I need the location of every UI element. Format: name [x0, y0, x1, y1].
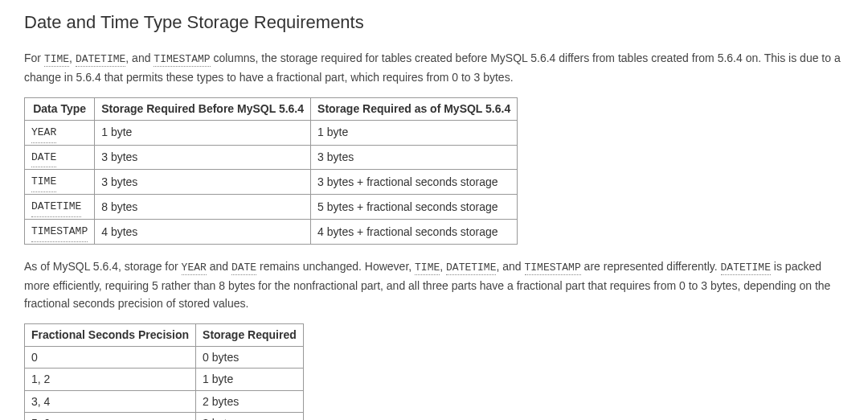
table-cell: 1 byte: [95, 120, 311, 145]
table-cell: 1, 2: [25, 369, 196, 390]
table-cell: 0: [25, 346, 196, 368]
table-header: Storage Required: [196, 324, 304, 346]
code-literal: TIMESTAMP: [154, 53, 210, 67]
table-row: DATETIME8 bytes5 bytes + fractional seco…: [25, 195, 518, 220]
code-literal: DATETIME: [31, 199, 81, 217]
table-row: 5, 63 bytes: [25, 412, 304, 420]
table-header-row: Data Type Storage Required Before MySQL …: [25, 98, 518, 120]
code-literal: TIME: [44, 53, 69, 67]
code-literal: TIMESTAMP: [525, 261, 581, 275]
code-literal: YEAR: [31, 125, 56, 143]
text: For: [24, 51, 44, 64]
table-cell: 3 bytes: [311, 145, 518, 170]
paragraph-intro: For TIME, DATETIME, and TIMESTAMP column…: [24, 49, 844, 86]
table-row: 00 bytes: [25, 346, 304, 368]
text: , and: [496, 260, 524, 273]
code-literal: DATETIME: [721, 261, 771, 275]
code-literal: YEAR: [182, 261, 207, 275]
table-cell: 3 bytes: [95, 170, 311, 195]
table-cell: 1 byte: [311, 120, 518, 145]
text: remains unchanged. However,: [256, 260, 415, 273]
table-row: DATE3 bytes3 bytes: [25, 145, 518, 170]
table-cell: 4 bytes + fractional seconds storage: [311, 219, 518, 244]
text: ,: [440, 260, 446, 273]
text: and: [207, 260, 231, 273]
table-cell: 5, 6: [25, 412, 196, 420]
table-row: 1, 21 byte: [25, 369, 304, 390]
code-literal: TIMESTAMP: [31, 224, 88, 242]
table-cell: 8 bytes: [95, 195, 311, 220]
code-literal: DATE: [31, 150, 56, 168]
table-cell: 3 bytes: [196, 412, 304, 420]
text: As of MySQL 5.6.4, storage for: [24, 260, 182, 273]
table-row: 3, 42 bytes: [25, 390, 304, 412]
code-literal: DATE: [231, 261, 256, 275]
table-row: TIMESTAMP4 bytes4 bytes + fractional sec…: [25, 219, 518, 244]
storage-table-main: Data Type Storage Required Before MySQL …: [24, 97, 518, 244]
table-cell: 5 bytes + fractional seconds storage: [311, 195, 518, 220]
text: are represented differently.: [581, 260, 721, 273]
table-header: Storage Required Before MySQL 5.6.4: [95, 98, 311, 120]
table-header-row: Fractional Seconds Precision Storage Req…: [25, 324, 304, 346]
table-cell: 3 bytes: [95, 145, 311, 170]
code-literal: DATETIME: [446, 261, 496, 275]
code-literal: TIME: [415, 261, 440, 275]
code-literal: TIME: [31, 174, 56, 192]
table-header: Fractional Seconds Precision: [25, 324, 196, 346]
table-cell: 3 bytes + fractional seconds storage: [311, 170, 518, 195]
table-cell: 0 bytes: [196, 346, 304, 368]
text: , and: [125, 51, 154, 64]
table-cell: 1 byte: [196, 369, 304, 390]
table-header: Data Type: [25, 98, 95, 120]
code-literal: DATETIME: [76, 53, 125, 67]
paragraph-changes: As of MySQL 5.6.4, storage for YEAR and …: [24, 257, 844, 313]
text: ,: [69, 51, 76, 64]
section-heading: Date and Time Type Storage Requirements: [24, 8, 844, 36]
fractional-precision-table: Fractional Seconds Precision Storage Req…: [24, 323, 304, 420]
table-cell: 4 bytes: [95, 219, 311, 244]
table-header: Storage Required as of MySQL 5.6.4: [311, 98, 518, 120]
table-row: TIME3 bytes3 bytes + fractional seconds …: [25, 170, 518, 195]
table-cell: 2 bytes: [196, 390, 304, 412]
table-cell: 3, 4: [25, 390, 196, 412]
table-row: YEAR1 byte1 byte: [25, 120, 518, 145]
